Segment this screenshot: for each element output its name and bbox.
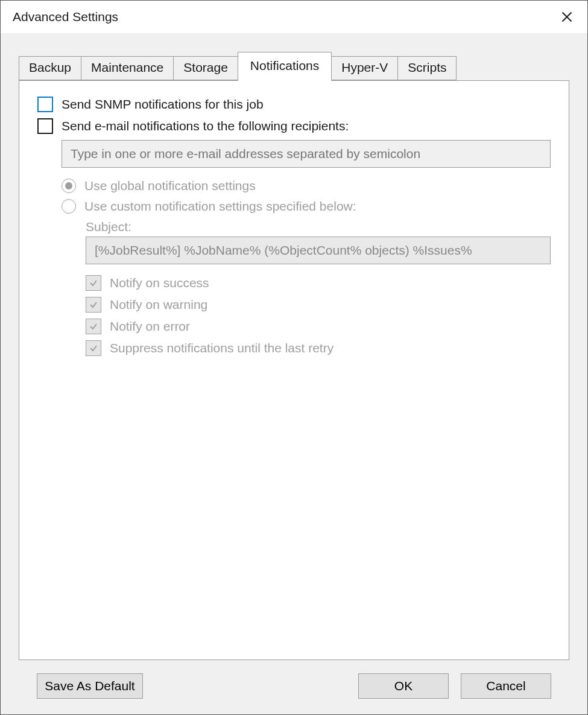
check-icon bbox=[89, 300, 98, 310]
radio-global-label: Use global notification settings bbox=[84, 179, 256, 193]
close-icon bbox=[561, 11, 573, 23]
suppress-label: Suppress notifications until the last re… bbox=[110, 341, 334, 355]
radio-custom[interactable] bbox=[62, 199, 76, 214]
notify-warning-label: Notify on warning bbox=[110, 297, 207, 312]
radio-global-row: Use global notification settings bbox=[62, 179, 551, 193]
radio-custom-row: Use custom notification settings specifi… bbox=[62, 199, 551, 214]
notify-error-checkbox[interactable] bbox=[86, 319, 101, 334]
email-row: Send e-mail notifications to the followi… bbox=[37, 118, 551, 134]
suppress-row: Suppress notifications until the last re… bbox=[86, 340, 551, 356]
notify-error-label: Notify on error bbox=[110, 319, 190, 334]
snmp-label: Send SNMP notifications for this job bbox=[62, 97, 264, 112]
email-recipients-input[interactable] bbox=[62, 140, 551, 168]
notify-warning-checkbox[interactable] bbox=[86, 297, 101, 313]
tab-scripts[interactable]: Scripts bbox=[397, 56, 457, 80]
check-icon bbox=[89, 343, 98, 353]
email-label: Send e-mail notifications to the followi… bbox=[62, 119, 349, 133]
radio-custom-label: Use custom notification settings specifi… bbox=[84, 199, 356, 214]
tab-notifications[interactable]: Notifications bbox=[238, 52, 332, 81]
save-as-default-button[interactable]: Save As Default bbox=[37, 673, 143, 699]
dialog-body: Backup Maintenance Storage Notifications… bbox=[1, 33, 587, 714]
title-bar: Advanced Settings bbox=[1, 1, 587, 33]
tab-panel-notifications: Send SNMP notifications for this job Sen… bbox=[19, 80, 569, 660]
tab-hyperv[interactable]: Hyper-V bbox=[331, 56, 398, 80]
dialog-window: Advanced Settings Backup Maintenance Sto… bbox=[0, 0, 588, 715]
email-checkbox[interactable] bbox=[37, 118, 53, 134]
notify-error-row: Notify on error bbox=[86, 319, 551, 334]
subject-input[interactable] bbox=[86, 237, 551, 264]
subject-label-row: Subject: bbox=[86, 220, 551, 234]
tab-storage[interactable]: Storage bbox=[173, 56, 238, 80]
close-button[interactable] bbox=[554, 4, 580, 30]
tabs-row: Backup Maintenance Storage Notifications… bbox=[19, 51, 569, 80]
dialog-footer: Save As Default OK Cancel bbox=[19, 660, 569, 714]
tab-maintenance[interactable]: Maintenance bbox=[81, 56, 174, 80]
snmp-row: Send SNMP notifications for this job bbox=[37, 97, 551, 112]
cancel-button[interactable]: Cancel bbox=[461, 673, 551, 699]
email-input-wrap bbox=[62, 140, 551, 168]
check-icon bbox=[89, 322, 98, 331]
snmp-checkbox[interactable] bbox=[37, 97, 53, 112]
notify-success-checkbox[interactable] bbox=[86, 275, 101, 291]
radio-global[interactable] bbox=[62, 179, 76, 193]
notify-success-row: Notify on success bbox=[86, 275, 551, 291]
check-icon bbox=[89, 278, 98, 288]
window-title: Advanced Settings bbox=[13, 10, 118, 24]
notify-warning-row: Notify on warning bbox=[86, 297, 551, 313]
ok-button[interactable]: OK bbox=[358, 673, 449, 699]
tab-backup[interactable]: Backup bbox=[19, 56, 81, 80]
subject-input-wrap bbox=[86, 237, 551, 264]
subject-label: Subject: bbox=[86, 220, 131, 234]
suppress-checkbox[interactable] bbox=[86, 340, 101, 356]
notify-success-label: Notify on success bbox=[110, 276, 209, 290]
